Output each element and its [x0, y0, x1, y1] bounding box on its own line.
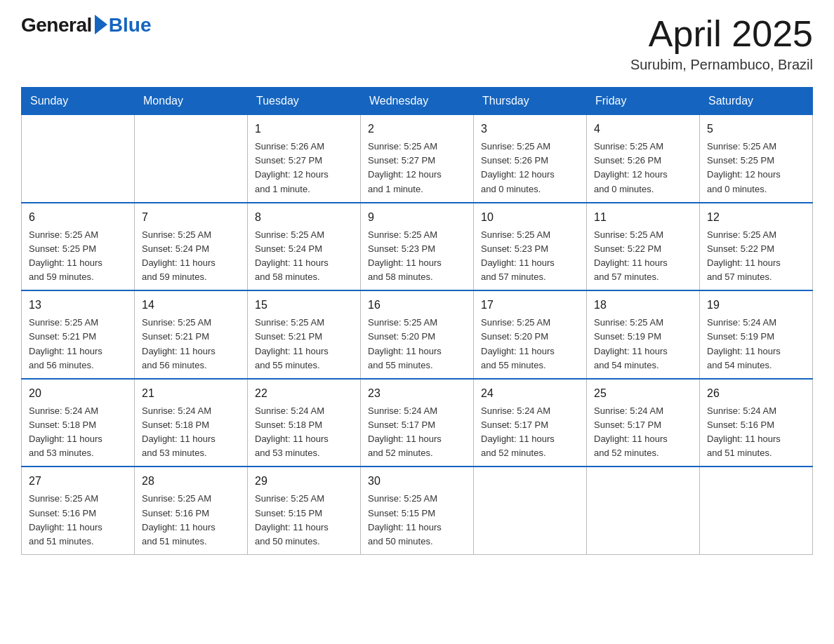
calendar-cell: 28Sunrise: 5:25 AMSunset: 5:16 PMDayligh…	[135, 467, 248, 554]
day-number: 4	[594, 121, 692, 137]
calendar-cell: 26Sunrise: 5:24 AMSunset: 5:16 PMDayligh…	[700, 379, 813, 467]
calendar-cell: 2Sunrise: 5:25 AMSunset: 5:27 PMDaylight…	[361, 115, 474, 203]
day-info: Sunrise: 5:25 AMSunset: 5:24 PMDaylight:…	[255, 228, 353, 285]
day-info: Sunrise: 5:24 AMSunset: 5:16 PMDaylight:…	[707, 404, 805, 461]
page-header: General Blue April 2025 Surubim, Pernamb…	[21, 14, 813, 73]
calendar-cell	[22, 115, 135, 203]
day-number: 10	[481, 209, 579, 226]
day-info: Sunrise: 5:24 AMSunset: 5:17 PMDaylight:…	[594, 404, 692, 461]
calendar-cell	[700, 467, 813, 554]
calendar-cell	[587, 467, 700, 554]
calendar-cell: 14Sunrise: 5:25 AMSunset: 5:21 PMDayligh…	[135, 290, 248, 379]
calendar-cell: 16Sunrise: 5:25 AMSunset: 5:20 PMDayligh…	[361, 290, 474, 379]
day-info: Sunrise: 5:25 AMSunset: 5:20 PMDaylight:…	[481, 316, 579, 373]
day-number: 12	[707, 209, 805, 226]
calendar-cell: 15Sunrise: 5:25 AMSunset: 5:21 PMDayligh…	[248, 290, 361, 379]
day-info: Sunrise: 5:24 AMSunset: 5:18 PMDaylight:…	[142, 404, 240, 461]
day-number: 11	[594, 209, 692, 226]
day-number: 24	[481, 385, 579, 402]
calendar-cell: 11Sunrise: 5:25 AMSunset: 5:22 PMDayligh…	[587, 203, 700, 291]
day-info: Sunrise: 5:24 AMSunset: 5:18 PMDaylight:…	[255, 404, 353, 461]
month-year-title: April 2025	[630, 14, 813, 54]
day-info: Sunrise: 5:25 AMSunset: 5:23 PMDaylight:…	[481, 228, 579, 285]
day-info: Sunrise: 5:24 AMSunset: 5:19 PMDaylight:…	[707, 316, 805, 373]
calendar-cell: 9Sunrise: 5:25 AMSunset: 5:23 PMDaylight…	[361, 203, 474, 291]
calendar-cell: 4Sunrise: 5:25 AMSunset: 5:26 PMDaylight…	[587, 115, 700, 203]
calendar-week-row: 6Sunrise: 5:25 AMSunset: 5:25 PMDaylight…	[22, 203, 813, 291]
day-info: Sunrise: 5:25 AMSunset: 5:16 PMDaylight:…	[29, 492, 127, 549]
logo: General Blue	[21, 14, 151, 36]
calendar-cell: 22Sunrise: 5:24 AMSunset: 5:18 PMDayligh…	[248, 379, 361, 467]
day-info: Sunrise: 5:25 AMSunset: 5:21 PMDaylight:…	[142, 316, 240, 373]
header-monday: Monday	[135, 88, 248, 115]
day-number: 3	[481, 121, 579, 137]
calendar-cell	[135, 115, 248, 203]
calendar-cell: 30Sunrise: 5:25 AMSunset: 5:15 PMDayligh…	[361, 467, 474, 554]
day-number: 30	[368, 473, 466, 490]
day-number: 28	[142, 473, 240, 490]
calendar-cell: 25Sunrise: 5:24 AMSunset: 5:17 PMDayligh…	[587, 379, 700, 467]
logo-blue-text: Blue	[109, 14, 152, 36]
day-number: 7	[142, 209, 240, 226]
calendar-week-row: 27Sunrise: 5:25 AMSunset: 5:16 PMDayligh…	[22, 467, 813, 554]
header-wednesday: Wednesday	[361, 88, 474, 115]
calendar-cell	[474, 467, 587, 554]
day-info: Sunrise: 5:25 AMSunset: 5:24 PMDaylight:…	[142, 228, 240, 285]
day-info: Sunrise: 5:25 AMSunset: 5:21 PMDaylight:…	[29, 316, 127, 373]
day-info: Sunrise: 5:25 AMSunset: 5:26 PMDaylight:…	[481, 140, 579, 196]
calendar-cell: 19Sunrise: 5:24 AMSunset: 5:19 PMDayligh…	[700, 290, 813, 379]
day-info: Sunrise: 5:25 AMSunset: 5:23 PMDaylight:…	[368, 228, 466, 285]
day-info: Sunrise: 5:25 AMSunset: 5:25 PMDaylight:…	[707, 140, 805, 196]
day-number: 21	[142, 385, 240, 402]
header-saturday: Saturday	[700, 88, 813, 115]
calendar-cell: 10Sunrise: 5:25 AMSunset: 5:23 PMDayligh…	[474, 203, 587, 291]
day-info: Sunrise: 5:25 AMSunset: 5:15 PMDaylight:…	[255, 492, 353, 549]
day-info: Sunrise: 5:25 AMSunset: 5:21 PMDaylight:…	[255, 316, 353, 373]
day-number: 22	[255, 385, 353, 402]
header-friday: Friday	[587, 88, 700, 115]
day-number: 25	[594, 385, 692, 402]
day-info: Sunrise: 5:25 AMSunset: 5:15 PMDaylight:…	[368, 492, 466, 549]
day-info: Sunrise: 5:25 AMSunset: 5:16 PMDaylight:…	[142, 492, 240, 549]
calendar-cell: 13Sunrise: 5:25 AMSunset: 5:21 PMDayligh…	[22, 290, 135, 379]
calendar-cell: 5Sunrise: 5:25 AMSunset: 5:25 PMDaylight…	[700, 115, 813, 203]
logo-general-text: General	[21, 14, 92, 36]
calendar-table: SundayMondayTuesdayWednesdayThursdayFrid…	[21, 87, 813, 555]
day-number: 13	[29, 297, 127, 314]
day-number: 8	[255, 209, 353, 226]
day-info: Sunrise: 5:24 AMSunset: 5:18 PMDaylight:…	[29, 404, 127, 461]
calendar-week-row: 20Sunrise: 5:24 AMSunset: 5:18 PMDayligh…	[22, 379, 813, 467]
calendar-cell: 21Sunrise: 5:24 AMSunset: 5:18 PMDayligh…	[135, 379, 248, 467]
logo-arrow-icon	[95, 15, 107, 34]
calendar-cell: 3Sunrise: 5:25 AMSunset: 5:26 PMDaylight…	[474, 115, 587, 203]
calendar-cell: 1Sunrise: 5:26 AMSunset: 5:27 PMDaylight…	[248, 115, 361, 203]
calendar-week-row: 13Sunrise: 5:25 AMSunset: 5:21 PMDayligh…	[22, 290, 813, 379]
day-number: 29	[255, 473, 353, 490]
day-number: 26	[707, 385, 805, 402]
day-info: Sunrise: 5:25 AMSunset: 5:19 PMDaylight:…	[594, 316, 692, 373]
day-number: 18	[594, 297, 692, 314]
calendar-cell: 6Sunrise: 5:25 AMSunset: 5:25 PMDaylight…	[22, 203, 135, 291]
day-info: Sunrise: 5:25 AMSunset: 5:27 PMDaylight:…	[368, 140, 466, 196]
day-number: 20	[29, 385, 127, 402]
title-section: April 2025 Surubim, Pernambuco, Brazil	[630, 14, 813, 73]
day-number: 2	[368, 121, 466, 137]
header-tuesday: Tuesday	[248, 88, 361, 115]
day-number: 15	[255, 297, 353, 314]
calendar-cell: 29Sunrise: 5:25 AMSunset: 5:15 PMDayligh…	[248, 467, 361, 554]
day-number: 17	[481, 297, 579, 314]
day-number: 19	[707, 297, 805, 314]
day-info: Sunrise: 5:25 AMSunset: 5:20 PMDaylight:…	[368, 316, 466, 373]
day-info: Sunrise: 5:24 AMSunset: 5:17 PMDaylight:…	[368, 404, 466, 461]
day-info: Sunrise: 5:25 AMSunset: 5:22 PMDaylight:…	[707, 228, 805, 285]
calendar-cell: 20Sunrise: 5:24 AMSunset: 5:18 PMDayligh…	[22, 379, 135, 467]
day-info: Sunrise: 5:25 AMSunset: 5:25 PMDaylight:…	[29, 228, 127, 285]
calendar-cell: 8Sunrise: 5:25 AMSunset: 5:24 PMDaylight…	[248, 203, 361, 291]
day-number: 14	[142, 297, 240, 314]
day-info: Sunrise: 5:26 AMSunset: 5:27 PMDaylight:…	[255, 140, 353, 196]
calendar-cell: 24Sunrise: 5:24 AMSunset: 5:17 PMDayligh…	[474, 379, 587, 467]
location-title: Surubim, Pernambuco, Brazil	[630, 57, 813, 73]
day-info: Sunrise: 5:24 AMSunset: 5:17 PMDaylight:…	[481, 404, 579, 461]
calendar-header-row: SundayMondayTuesdayWednesdayThursdayFrid…	[22, 88, 813, 115]
calendar-cell: 17Sunrise: 5:25 AMSunset: 5:20 PMDayligh…	[474, 290, 587, 379]
